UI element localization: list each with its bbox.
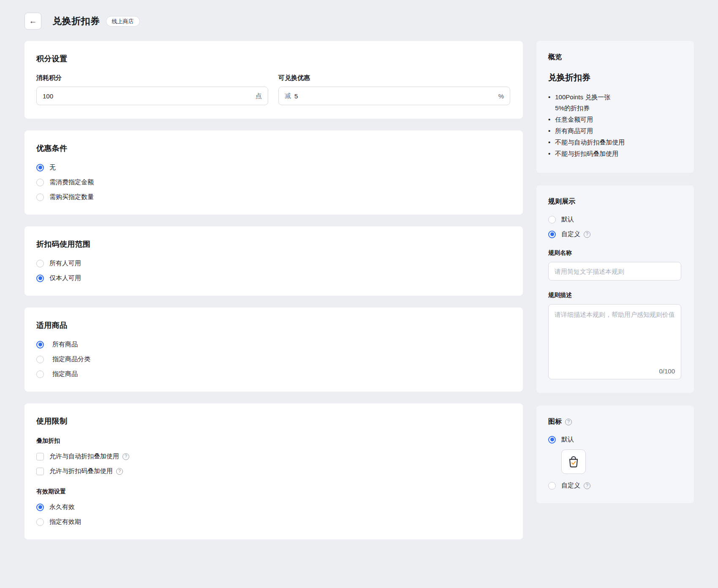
radio-icon <box>548 482 556 490</box>
overview-bullet-list: •100Points 兑换一张 5%的折扣券 •任意金额可用 •所有商品可用 •… <box>548 92 681 159</box>
condition-option-none[interactable]: 无 <box>36 163 510 172</box>
main-column: 积分设置 消耗积分 点 可兑换优惠 减 % <box>24 41 523 551</box>
page-title: 兑换折扣券 <box>52 15 100 27</box>
card-title: 适用商品 <box>36 320 510 330</box>
radio-checked-icon <box>36 341 44 348</box>
stack-auto-discount-checkbox[interactable]: 允许与自动折扣叠加使用 ? <box>36 452 510 460</box>
overview-title: 概览 <box>548 53 681 62</box>
redeem-discount-input-box: 减 % <box>278 87 510 105</box>
percent-suffix: % <box>498 93 504 100</box>
radio-checked-icon <box>36 504 44 511</box>
shopping-bag-icon <box>567 455 580 468</box>
overview-bullet: •任意金额可用 <box>548 114 681 125</box>
discount-condition-card: 优惠条件 无 需消费指定金额 需购买指定数量 <box>24 131 523 215</box>
rule-display-card: 规则展示 默认 自定义 ? 规则名称 规则描述 <box>536 185 694 393</box>
rule-option-default[interactable]: 默认 <box>548 215 681 223</box>
icon-card-title: 图标 <box>548 417 562 426</box>
bullet-icon: • <box>548 125 550 136</box>
field-label: 可兑换优惠 <box>278 74 510 82</box>
rule-display-title: 规则展示 <box>548 197 681 206</box>
redeem-discount-field: 可兑换优惠 减 % <box>278 74 510 105</box>
help-icon[interactable]: ? <box>122 453 129 460</box>
rule-desc-textarea[interactable] <box>549 305 681 362</box>
help-icon[interactable]: ? <box>584 231 590 238</box>
bullet-icon: • <box>548 92 550 114</box>
bullet-icon: • <box>548 137 550 148</box>
points-settings-card: 积分设置 消耗积分 点 可兑换优惠 减 % <box>24 41 523 119</box>
products-option-specific[interactable]: 指定商品 <box>36 370 510 378</box>
validity-settings-label: 有效期设置 <box>36 488 510 495</box>
bullet-icon: • <box>548 114 550 125</box>
minus-prefix: 减 <box>285 92 291 100</box>
radio-checked-icon <box>36 275 44 282</box>
rule-desc-box: 0/100 <box>548 304 681 379</box>
icon-card: 图标 ? 默认 <box>536 406 694 503</box>
store-badge: 线上商店 <box>106 16 140 27</box>
checkbox-icon <box>36 453 44 460</box>
bullet-icon: • <box>548 148 550 159</box>
products-option-all[interactable]: 所有商品 <box>36 340 510 348</box>
side-column: 概览 兑换折扣券 •100Points 兑换一张 5%的折扣券 •任意金额可用 … <box>536 41 694 516</box>
consume-points-input-box: 点 <box>36 87 268 105</box>
code-scope-card: 折扣码使用范围 所有人可用 仅本人可用 <box>24 226 523 296</box>
overview-bullet: •不能与折扣码叠加使用 <box>548 148 681 159</box>
overview-card: 概览 兑换折扣券 •100Points 兑换一张 5%的折扣券 •任意金额可用 … <box>536 41 694 173</box>
scope-option-owner-only[interactable]: 仅本人可用 <box>36 274 510 282</box>
page-header: ← 兑换折扣券 线上商店 <box>0 0 718 30</box>
overview-bullet: •不能与自动折扣叠加使用 <box>548 137 681 148</box>
icon-option-custom[interactable]: 自定义 ? <box>548 482 681 490</box>
rule-name-label: 规则名称 <box>548 249 681 257</box>
radio-icon <box>36 370 44 378</box>
back-button[interactable]: ← <box>24 13 41 30</box>
radio-checked-icon <box>36 164 44 172</box>
validity-option-specific[interactable]: 指定有效期 <box>36 518 510 526</box>
unit-suffix: 点 <box>256 92 262 100</box>
radio-icon <box>36 518 44 526</box>
radio-icon <box>36 356 44 363</box>
usage-limits-card: 使用限制 叠加折扣 允许与自动折扣叠加使用 ? 允许与折扣码叠加使用 ? 有效期… <box>24 403 523 539</box>
rule-name-input[interactable] <box>548 262 681 280</box>
field-label: 消耗积分 <box>36 74 268 82</box>
radio-checked-icon <box>548 436 556 444</box>
char-counter: 0/100 <box>659 368 675 375</box>
icon-option-default[interactable]: 默认 <box>548 436 681 444</box>
radio-icon <box>36 179 44 186</box>
checkbox-icon <box>36 468 44 475</box>
validity-option-forever[interactable]: 永久有效 <box>36 503 510 511</box>
stack-code-discount-checkbox[interactable]: 允许与折扣码叠加使用 ? <box>36 467 510 475</box>
card-title: 折扣码使用范围 <box>36 239 510 249</box>
consume-points-input[interactable] <box>43 93 252 100</box>
card-title: 积分设置 <box>36 54 510 64</box>
scope-option-everyone[interactable]: 所有人可用 <box>36 259 510 267</box>
redeem-discount-input[interactable] <box>294 93 495 100</box>
radio-icon <box>36 193 44 201</box>
radio-checked-icon <box>548 231 556 238</box>
help-icon[interactable]: ? <box>565 419 572 425</box>
products-option-categories[interactable]: 指定商品分类 <box>36 355 510 363</box>
condition-option-min-amount[interactable]: 需消费指定金额 <box>36 178 510 186</box>
radio-icon <box>548 216 556 223</box>
radio-icon <box>36 260 44 267</box>
card-title: 使用限制 <box>36 416 510 426</box>
back-arrow-icon: ← <box>29 16 37 26</box>
rule-option-custom[interactable]: 自定义 ? <box>548 230 681 238</box>
overview-bullet: •100Points 兑换一张 5%的折扣券 <box>548 92 681 114</box>
stack-discount-label: 叠加折扣 <box>36 437 510 445</box>
help-icon[interactable]: ? <box>584 482 590 489</box>
applicable-products-card: 适用商品 所有商品 指定商品分类 指定商品 <box>24 308 523 392</box>
default-icon-preview[interactable] <box>561 449 586 474</box>
card-title: 优惠条件 <box>36 143 510 153</box>
help-icon[interactable]: ? <box>116 468 123 475</box>
condition-option-min-quantity[interactable]: 需购买指定数量 <box>36 193 510 201</box>
overview-heading: 兑换折扣券 <box>548 72 681 83</box>
consume-points-field: 消耗积分 点 <box>36 74 268 105</box>
overview-bullet: •所有商品可用 <box>548 125 681 136</box>
rule-desc-label: 规则描述 <box>548 291 681 299</box>
redeem-coupon-page: ← 兑换折扣券 线上商店 积分设置 消耗积分 点 可 <box>0 0 718 588</box>
